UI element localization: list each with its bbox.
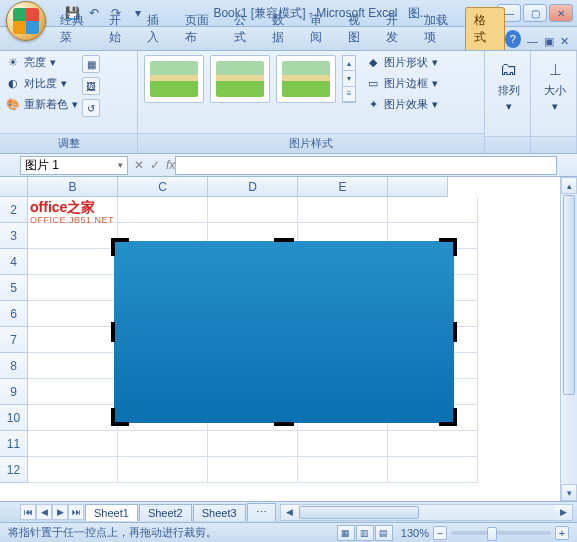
inner-minimize-icon[interactable]: — <box>527 35 538 48</box>
formula-bar[interactable] <box>175 156 557 175</box>
col-header[interactable]: C <box>118 177 208 197</box>
formula-bar-row: 图片 1▾ ✕ ✓ fx <box>0 154 577 177</box>
contrast-icon: ◐ <box>6 77 20 91</box>
scroll-thumb[interactable] <box>299 506 419 519</box>
status-bar: 将指针置于任一控点上，再拖动进行裁剪。 ▦ ▥ ▤ 130% − + <box>0 522 577 542</box>
crop-handle-r[interactable] <box>453 322 457 342</box>
row-header[interactable]: 2 <box>0 197 28 223</box>
inner-close-icon[interactable]: ✕ <box>560 35 569 48</box>
horizontal-scrollbar[interactable]: ◀ ▶ <box>280 504 573 521</box>
tab-nav-first-icon[interactable]: ⏮ <box>20 504 36 520</box>
fx-icon[interactable]: fx <box>166 158 175 172</box>
style-gallery[interactable]: ▴▾≡ <box>144 55 356 103</box>
crop-handle-b[interactable] <box>274 422 294 426</box>
maximize-button[interactable]: ▢ <box>523 4 547 22</box>
tab-review[interactable]: 审阅 <box>302 8 340 50</box>
row-header[interactable]: 12 <box>0 457 28 483</box>
tab-pagelayout[interactable]: 页面布 <box>177 8 226 50</box>
sheet-tab[interactable]: Sheet3 <box>193 504 246 521</box>
crop-icon: ⟂ <box>541 57 569 81</box>
row-header[interactable]: 6 <box>0 301 28 327</box>
view-normal-icon[interactable]: ▦ <box>337 525 355 541</box>
scroll-right-icon[interactable]: ▶ <box>555 505 572 520</box>
row-headers: 2 3 4 5 6 7 8 9 10 11 12 <box>0 197 28 483</box>
row-header[interactable]: 4 <box>0 249 28 275</box>
selected-picture[interactable] <box>114 241 454 423</box>
zoom-level[interactable]: 130% <box>401 527 429 539</box>
row-header[interactable]: 9 <box>0 379 28 405</box>
status-text: 将指针置于任一控点上，再拖动进行裁剪。 <box>8 525 337 540</box>
tab-nav-prev-icon[interactable]: ◀ <box>36 504 52 520</box>
tab-classic[interactable]: 经典菜 <box>52 8 101 50</box>
new-sheet-icon[interactable]: ⋯ <box>247 503 276 521</box>
style-thumb[interactable] <box>210 55 270 103</box>
size-button[interactable]: ⟂大小▾ <box>537 55 573 115</box>
select-all-corner[interactable] <box>0 177 28 197</box>
group-size: ⟂大小▾ <box>531 51 577 153</box>
tab-home[interactable]: 开始 <box>101 8 139 50</box>
compress-icon[interactable]: ▦ <box>82 55 100 73</box>
group-label-adjust: 调整 <box>0 133 137 153</box>
help-icon[interactable]: ? <box>505 30 521 48</box>
sheet-tab[interactable]: Sheet1 <box>85 504 138 521</box>
style-thumb[interactable] <box>276 55 336 103</box>
crop-handle-t[interactable] <box>274 238 294 242</box>
enter-icon[interactable]: ✓ <box>150 158 160 172</box>
col-header[interactable]: E <box>298 177 388 197</box>
crop-handle-bl[interactable] <box>111 408 129 426</box>
worksheet: B C D E 2 3 4 5 6 7 8 9 10 11 12 office <box>0 177 577 501</box>
col-header[interactable]: B <box>28 177 118 197</box>
row-header[interactable]: 3 <box>0 223 28 249</box>
scroll-left-icon[interactable]: ◀ <box>281 505 298 520</box>
contrast-button[interactable]: ◐对比度 ▾ <box>6 76 78 91</box>
crop-handle-br[interactable] <box>439 408 457 426</box>
tab-format[interactable]: 格式 <box>465 7 505 50</box>
arrange-button[interactable]: 🗂排列▾ <box>491 55 527 115</box>
name-box[interactable]: 图片 1▾ <box>20 156 128 175</box>
tab-data[interactable]: 数据 <box>264 8 302 50</box>
view-pagebreak-icon[interactable]: ▤ <box>375 525 393 541</box>
scroll-down-icon[interactable]: ▾ <box>561 484 577 501</box>
picture-effects-button[interactable]: ✦图片效果 ▾ <box>366 97 438 112</box>
tab-developer[interactable]: 开发 <box>378 8 416 50</box>
view-layout-icon[interactable]: ▥ <box>356 525 374 541</box>
picture-shape-button[interactable]: ◆图片形状 ▾ <box>366 55 438 70</box>
close-button[interactable]: ✕ <box>549 4 573 22</box>
zoom-slider[interactable] <box>451 531 551 535</box>
vertical-scrollbar[interactable]: ▴ ▾ <box>560 177 577 501</box>
tab-nav-next-icon[interactable]: ▶ <box>52 504 68 520</box>
office-button[interactable] <box>6 1 46 41</box>
zoom-in-button[interactable]: + <box>555 526 569 540</box>
col-header[interactable] <box>388 177 448 197</box>
crop-handle-tr[interactable] <box>439 238 457 256</box>
picture-border-button[interactable]: ▭图片边框 ▾ <box>366 76 438 91</box>
brightness-button[interactable]: ☀亮度 ▾ <box>6 55 78 70</box>
row-header[interactable]: 5 <box>0 275 28 301</box>
row-header[interactable]: 7 <box>0 327 28 353</box>
gallery-more-icon[interactable]: ▴▾≡ <box>342 55 356 103</box>
tab-addins[interactable]: 加载项 <box>416 8 465 50</box>
effects-icon: ✦ <box>366 98 380 112</box>
group-adjust: ☀亮度 ▾ ◐对比度 ▾ 🎨重新着色 ▾ ▦ 🖼 ↺ 调整 <box>0 51 138 153</box>
crop-handle-tl[interactable] <box>111 238 129 256</box>
window-controls: — ▢ ✕ <box>497 4 573 22</box>
scroll-thumb[interactable] <box>563 195 575 395</box>
tab-formulas[interactable]: 公式 <box>226 8 264 50</box>
row-header[interactable]: 8 <box>0 353 28 379</box>
row-header[interactable]: 10 <box>0 405 28 431</box>
cancel-icon[interactable]: ✕ <box>134 158 144 172</box>
style-thumb[interactable] <box>144 55 204 103</box>
zoom-out-button[interactable]: − <box>433 526 447 540</box>
change-picture-icon[interactable]: 🖼 <box>82 77 100 95</box>
tab-insert[interactable]: 插入 <box>139 8 177 50</box>
crop-handle-l[interactable] <box>111 322 115 342</box>
inner-restore-icon[interactable]: ▣ <box>544 35 554 48</box>
tab-nav-last-icon[interactable]: ⏭ <box>68 504 84 520</box>
tab-view[interactable]: 视图 <box>340 8 378 50</box>
row-header[interactable]: 11 <box>0 431 28 457</box>
sheet-tab[interactable]: Sheet2 <box>139 504 192 521</box>
scroll-up-icon[interactable]: ▴ <box>561 177 577 194</box>
recolor-button[interactable]: 🎨重新着色 ▾ <box>6 97 78 112</box>
reset-picture-icon[interactable]: ↺ <box>82 99 100 117</box>
col-header[interactable]: D <box>208 177 298 197</box>
